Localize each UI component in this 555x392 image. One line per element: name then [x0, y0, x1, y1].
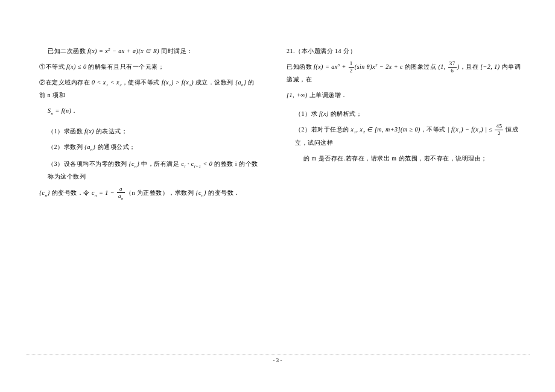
fraction: aan — [117, 186, 125, 201]
problem-stem-2: [1, +∞) 上单调递增． — [287, 89, 525, 101]
math-expr: {cn} — [129, 160, 140, 167]
math-expr: [1, +∞) — [287, 92, 308, 98]
math-expr: f(x) ≤ 0 — [66, 63, 86, 70]
text: ，不等式 — [420, 126, 448, 133]
page-content: 已知二次函数 f(x) = x2 − ax + a)(x ∈ R) 同时满足： … — [0, 0, 555, 392]
math-expr: {cn} — [195, 189, 206, 196]
text: 的变号数．令 — [50, 189, 92, 196]
math-expr: (1, — [438, 63, 447, 70]
page-footer: - 3 - — [0, 355, 555, 363]
text: 的通项公式； — [96, 144, 136, 150]
text: 中，所有满足 — [139, 160, 181, 167]
text: （3）设各项均不为零的数列 — [48, 160, 129, 167]
text: ，且在 — [460, 63, 481, 70]
right-column: 21.（本小题满分 14 分） 已知函数 f(x) = ax3 + 12(sin… — [278, 0, 555, 392]
footer-divider — [26, 355, 530, 355]
text: （1）求 — [295, 110, 319, 117]
math-expr: f(x1) > f(x2) — [162, 79, 194, 86]
sum-def: Sn = f(n)． — [39, 105, 261, 118]
math-expr: Sn = f(n) — [48, 107, 71, 114]
math-expr: [−2, 1) — [480, 63, 500, 70]
denominator: an — [117, 193, 125, 201]
text: 的图象过点 — [403, 63, 439, 70]
condition-2: ②在定义域内存在 0 < x1 < x2，使得不等式 f(x1) > f(x2)… — [39, 77, 261, 101]
subquestion-2: （2）求数列 {an} 的通项公式； — [39, 141, 261, 154]
text: 的 m 是否存在.若存在，请求出 m 的范围，若不存在，说明理由； — [303, 155, 487, 162]
numerator: a — [117, 186, 125, 193]
text: ②在定义域内存在 — [39, 79, 92, 86]
subquestion-1: （1）求函数 f(x) 的表达式； — [39, 125, 261, 137]
page-number: - 3 - — [0, 357, 555, 363]
problem-header: 21.（本小题满分 14 分） — [287, 45, 525, 57]
math-expr: f(x) = ax3 + — [314, 63, 348, 70]
math-expr: {cn} — [39, 189, 50, 196]
text: 上单调递增． — [308, 92, 347, 98]
math-expr: | f(x1) − f(x2) | ≤ — [448, 126, 495, 133]
subquestion-3: （3）设各项均不为零的数列 {cn} 中，所有满足 ci · ci+1 < 0 … — [39, 158, 261, 182]
text: （n 为正整数），求数列 — [125, 189, 196, 196]
subquestion-2-cont: 的 m 是否存在.若存在，请求出 m 的范围，若不存在，说明理由； — [287, 153, 525, 164]
math-expr: 0 < x1 < x2 — [92, 79, 122, 86]
math-expr: cn = 1 − — [92, 189, 116, 196]
text: ． — [71, 107, 78, 114]
problem-stem-1: 已知函数 f(x) = ax3 + 12(sin θ)x2 − 2x + c 的… — [287, 61, 525, 85]
fraction: 452 — [495, 124, 503, 136]
math-expr: {an} — [84, 144, 96, 150]
fraction: 12 — [349, 61, 354, 74]
math-expr: {an} — [235, 79, 247, 86]
text: ，使得不等式 — [122, 79, 162, 86]
math-expr: (sin θ)x2 − 2x + c — [355, 63, 403, 70]
text: 的解集有且只有一个元素； — [86, 63, 164, 70]
text: 的表达式； — [94, 128, 128, 134]
text: 成立．设数列 — [194, 79, 235, 86]
numerator: 1 — [349, 61, 354, 68]
text: 的变号数． — [206, 189, 240, 196]
denominator: 2 — [349, 68, 354, 74]
subquestion-2: （2）若对于任意的 x1, x2 ∈ [m, m+3](m ≥ 0)，不等式 |… — [287, 124, 525, 148]
numerator: 37 — [448, 61, 457, 68]
subquestion-3-cont: {cn} 的变号数．令 cn = 1 − aan（n 为正整数），求数列 {cn… — [39, 186, 261, 201]
math-expr: x1, x2 ∈ [m, m+3](m ≥ 0) — [351, 126, 420, 133]
math-expr: f(x) — [84, 128, 94, 134]
text: 已知函数 — [287, 63, 314, 70]
text: 的解析式； — [329, 110, 363, 117]
fraction: 376 — [448, 61, 457, 74]
text: （2）若对于任意的 — [295, 126, 351, 133]
text: （1）求函数 — [48, 128, 84, 134]
denominator: 2 — [495, 130, 503, 136]
text: 已知二次函数 — [48, 48, 87, 54]
math-expr: f(x) = x2 − ax + a)(x ∈ R) — [87, 48, 159, 54]
problem-stem-1: 已知二次函数 f(x) = x2 − ax + a)(x ∈ R) 同时满足： — [39, 45, 261, 57]
text: 同时满足： — [159, 48, 193, 54]
math-expr: ci · ci+1 < 0 — [181, 160, 212, 167]
text: （2）求数列 — [48, 144, 84, 150]
text: ①不等式 — [39, 63, 66, 70]
condition-1: ①不等式 f(x) ≤ 0 的解集有且只有一个元素； — [39, 61, 261, 72]
left-column: 已知二次函数 f(x) = x2 − ax + a)(x ∈ R) 同时满足： … — [0, 0, 278, 392]
denominator: 6 — [448, 68, 457, 74]
numerator: 45 — [495, 124, 503, 130]
math-expr: f(x) — [319, 110, 329, 117]
subquestion-1: （1）求 f(x) 的解析式； — [287, 108, 525, 119]
